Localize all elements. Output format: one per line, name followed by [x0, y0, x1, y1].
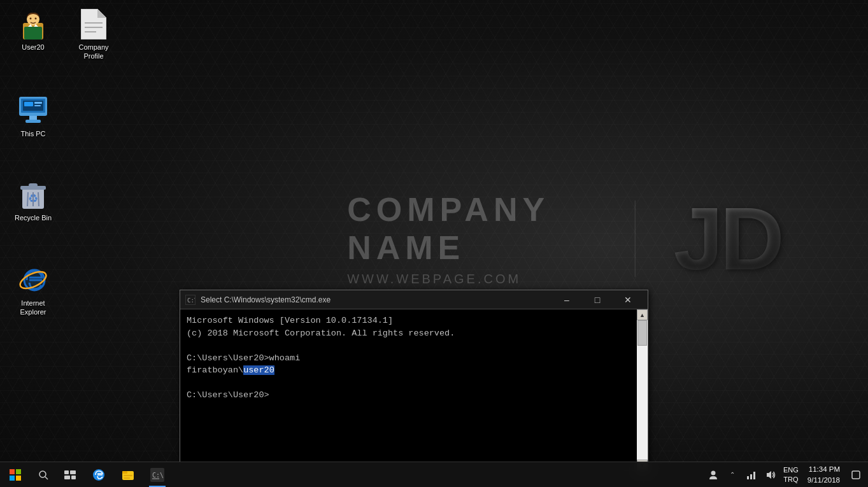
- network-tray-icon[interactable]: [743, 462, 760, 488]
- search-button[interactable]: [31, 462, 56, 488]
- cmd-scroll-thumb[interactable]: [637, 320, 647, 346]
- svg-rect-46: [124, 477, 130, 479]
- svg-rect-52: [750, 474, 752, 479]
- svg-rect-4: [24, 27, 42, 39]
- cmd-body[interactable]: Microsoft Windows [Version 10.0.17134.1]…: [180, 309, 648, 470]
- user20-label: User20: [20, 42, 46, 52]
- notification-center-button[interactable]: [846, 462, 865, 488]
- cmd-window-controls: – □ ✕: [552, 292, 643, 308]
- desktop-icon-user20[interactable]: User20: [8, 6, 59, 55]
- cmd-line-5: firatboyan\user20: [187, 364, 630, 377]
- taskbar-tray: ⌃ ENG TRQ: [704, 462, 868, 488]
- windows-logo-icon: [10, 469, 21, 481]
- start-button[interactable]: [0, 462, 31, 488]
- svg-rect-40: [71, 476, 76, 479]
- svg-point-50: [711, 470, 715, 475]
- svg-marker-5: [81, 9, 106, 39]
- cmd-scrollbar[interactable]: ▲ ▼: [637, 309, 648, 470]
- svg-text:C:\: C:\: [152, 472, 164, 479]
- user20-icon: [18, 9, 48, 39]
- company-profile-icon: [78, 9, 109, 39]
- cmd-line-3: [187, 339, 630, 352]
- cmd-window[interactable]: C:\ Select C:\Windows\system32\cmd.exe –…: [180, 290, 648, 471]
- svg-rect-13: [25, 120, 41, 123]
- svg-rect-51: [747, 476, 749, 479]
- language-indicator[interactable]: ENG TRQ: [781, 465, 801, 484]
- cmd-line-2: (c) 2018 Microsoft Corporation. All righ…: [187, 327, 630, 340]
- svg-line-36: [45, 477, 48, 479]
- cmd-title: Select C:\Windows\system32\cmd.exe: [201, 295, 547, 304]
- svg-rect-31: [10, 469, 15, 474]
- svg-marker-54: [767, 471, 771, 479]
- svg-rect-53: [753, 472, 755, 479]
- cmd-maximize-button[interactable]: □: [583, 292, 612, 308]
- company-profile-label: Company Profile: [71, 42, 117, 62]
- cmd-highlight-user: user20: [243, 365, 274, 375]
- clock[interactable]: 11:34 PM 9/11/2018: [802, 464, 845, 484]
- show-hidden-icons-button[interactable]: ⌃: [723, 462, 741, 488]
- svg-rect-15: [24, 102, 33, 106]
- svg-rect-34: [16, 476, 21, 481]
- svg-line-24: [38, 192, 39, 206]
- search-icon: [38, 470, 48, 480]
- cmd-line-7: C:\Users\User20>: [187, 389, 630, 402]
- cmd-line-6: [187, 377, 630, 390]
- svg-rect-55: [852, 471, 860, 479]
- network-icon: [746, 470, 757, 480]
- desktop-icon-recycle-bin[interactable]: ♻ Recycle Bin: [8, 177, 59, 225]
- people-tray-icon[interactable]: [704, 462, 722, 488]
- ie-label: Internet Explorer: [10, 298, 56, 318]
- taskbar: C:\ ⌃: [0, 462, 868, 487]
- cmd-taskbar-icon: C:\: [150, 468, 164, 482]
- cmd-line-1: Microsoft Windows [Version 10.0.17134.1]: [187, 314, 630, 327]
- desktop-icon-this-pc[interactable]: This PC: [8, 93, 59, 141]
- recycle-bin-icon: ♻: [18, 180, 48, 210]
- task-view-icon: [64, 470, 76, 479]
- svg-rect-17: [34, 105, 41, 106]
- cmd-line-4: C:\Users\User20>whoami: [187, 352, 630, 365]
- svg-rect-16: [34, 102, 42, 104]
- task-view-button[interactable]: [56, 462, 84, 488]
- volume-icon: [765, 470, 776, 480]
- svg-point-35: [39, 471, 46, 477]
- recycle-bin-label: Recycle Bin: [13, 213, 53, 223]
- svg-point-2: [30, 18, 32, 20]
- cmd-content: Microsoft Windows [Version 10.0.17134.1]…: [180, 309, 637, 470]
- svg-rect-20: [29, 183, 38, 187]
- taskbar-cmd[interactable]: C:\: [143, 462, 172, 488]
- cmd-close-button[interactable]: ✕: [613, 292, 643, 308]
- svg-rect-12: [29, 116, 37, 120]
- svg-rect-32: [16, 469, 21, 474]
- people-icon: [708, 470, 718, 480]
- clock-time: 11:34 PM: [809, 464, 840, 474]
- svg-point-3: [35, 18, 37, 20]
- svg-rect-37: [64, 470, 69, 474]
- svg-rect-33: [10, 476, 15, 481]
- cmd-scroll-track[interactable]: [637, 320, 648, 460]
- ie-icon: [18, 265, 48, 295]
- svg-rect-44: [122, 471, 127, 474]
- svg-rect-38: [70, 470, 76, 474]
- lang-bottom: TRQ: [783, 475, 798, 484]
- taskbar-explorer[interactable]: [113, 462, 143, 488]
- notification-icon: [851, 470, 860, 479]
- edge-icon: [92, 468, 106, 482]
- cmd-scroll-up-button[interactable]: ▲: [637, 309, 648, 320]
- taskbar-edge[interactable]: [84, 462, 113, 488]
- clock-date: 9/11/2018: [808, 475, 840, 485]
- svg-rect-45: [124, 475, 132, 476]
- this-pc-icon: [18, 95, 48, 126]
- svg-line-22: [27, 192, 28, 206]
- lang-top: ENG: [783, 465, 799, 474]
- desktop: COMPANY NAME WWW.WEBPAGE.COM JD: [0, 0, 868, 487]
- desktop-icon-internet-explorer[interactable]: Internet Explorer: [8, 262, 59, 320]
- desktop-icon-company-profile[interactable]: Company Profile: [68, 6, 119, 64]
- volume-tray-icon[interactable]: [762, 462, 779, 488]
- svg-rect-39: [64, 476, 70, 479]
- cmd-titlebar[interactable]: C:\ Select C:\Windows\system32\cmd.exe –…: [180, 290, 648, 309]
- explorer-icon: [121, 468, 135, 482]
- this-pc-label: This PC: [18, 129, 47, 139]
- svg-text:C:\: C:\: [187, 297, 195, 304]
- cmd-minimize-button[interactable]: –: [552, 292, 581, 308]
- cmd-icon: C:\: [185, 295, 196, 305]
